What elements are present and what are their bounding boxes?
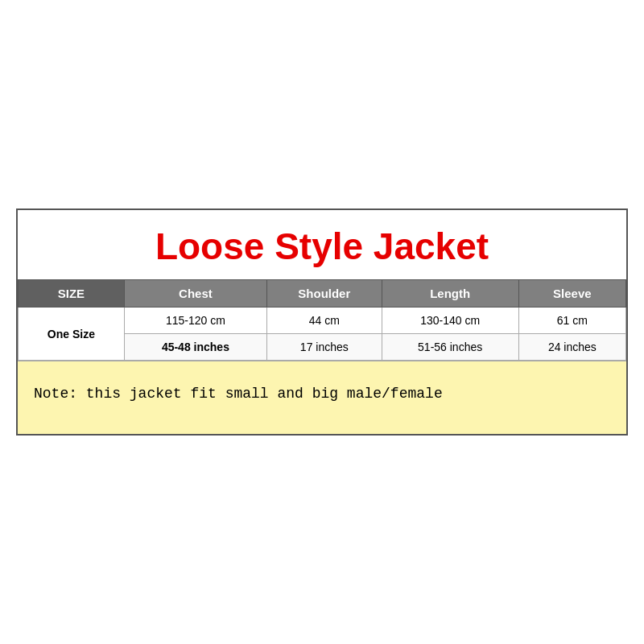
header-size: SIZE [19, 280, 125, 308]
note-text: Note: this jacket fit small and big male… [34, 386, 443, 402]
shoulder-inches: 17 inches [267, 334, 382, 361]
length-inches: 51-56 inches [382, 334, 518, 361]
title-section: Loose Style Jacket [18, 210, 626, 279]
length-cm: 130-140 cm [382, 308, 518, 334]
note-section: Note: this jacket fit small and big male… [18, 361, 626, 434]
table-header-row: SIZE Chest Shoulder Length Sleeve [19, 280, 626, 308]
product-title: Loose Style Jacket [155, 225, 489, 267]
header-sleeve: Sleeve [518, 280, 625, 308]
header-length: Length [382, 280, 518, 308]
table-row: One Size 115-120 cm 44 cm 130-140 cm 61 … [19, 308, 626, 334]
sleeve-cm: 61 cm [518, 308, 625, 334]
header-shoulder: Shoulder [267, 280, 382, 308]
header-chest: Chest [124, 280, 266, 308]
chest-cm: 115-120 cm [124, 308, 266, 334]
sleeve-inches: 24 inches [518, 334, 625, 361]
main-container: Loose Style Jacket SIZE Chest Shoulder L… [16, 208, 628, 436]
size-table: SIZE Chest Shoulder Length Sleeve One Si… [18, 279, 626, 361]
chest-inches: 45-48 inches [124, 334, 266, 361]
size-label: One Size [19, 308, 125, 361]
shoulder-cm: 44 cm [267, 308, 382, 334]
